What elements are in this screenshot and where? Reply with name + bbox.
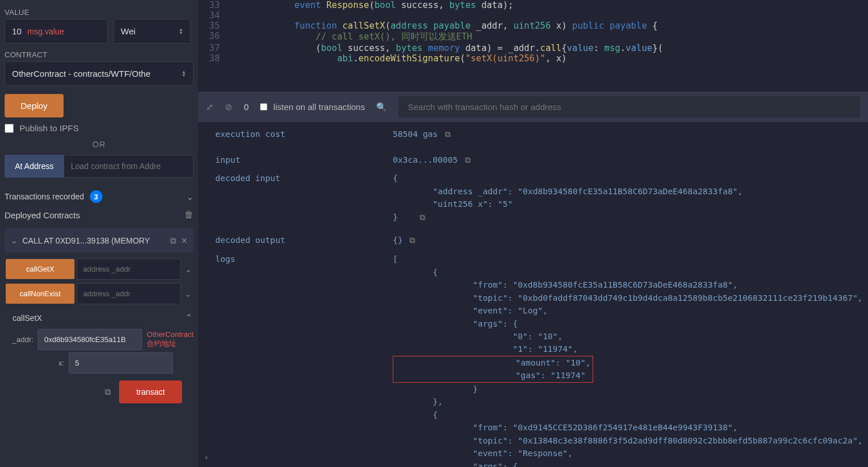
logs-content: [ { "from": "0xd8b934580fcE35a11B58C6D73… bbox=[393, 253, 863, 467]
callnonexist-input[interactable] bbox=[77, 283, 181, 304]
value-label: VALUE bbox=[5, 8, 194, 17]
or-separator: OR bbox=[5, 140, 194, 149]
addr-param-input[interactable] bbox=[38, 329, 142, 350]
callnonexist-button[interactable]: callNonExist bbox=[6, 284, 74, 304]
chevron-down-icon: ⌄ bbox=[10, 235, 18, 246]
value-input[interactable]: 10 msg.value bbox=[5, 19, 108, 44]
copy-icon[interactable]: ⧉ bbox=[420, 213, 425, 222]
highlight-amount-gas: "amount": "10", "gas": "11974" bbox=[393, 356, 593, 383]
addr-param-label: _addr: bbox=[5, 335, 33, 344]
terminal-toolbar: ⤢ ⊘ 0 listen on all transactions 🔍 bbox=[198, 92, 868, 122]
publish-ipfs-checkbox[interactable]: Publish to IPFS bbox=[5, 123, 194, 133]
callgetx-input[interactable] bbox=[77, 258, 181, 280]
copy-icon[interactable]: ⧉ bbox=[445, 129, 451, 139]
deploy-panel: VALUE 10 msg.value Wei ▲▼ CONTRACT Other… bbox=[0, 0, 198, 467]
chevron-down-icon[interactable]: ⌄ bbox=[183, 265, 194, 274]
listen-all-checkbox[interactable]: listen on all transactions bbox=[260, 102, 365, 112]
unit-select[interactable]: Wei ▲▼ bbox=[113, 19, 191, 44]
decoded-input-label: decoded input bbox=[215, 172, 393, 223]
at-address-input[interactable] bbox=[64, 155, 194, 178]
terminal-output[interactable]: execution cost 58504 gas⧉ input 0x3ca...… bbox=[198, 122, 868, 467]
logs-label: logs bbox=[215, 253, 393, 467]
copy-icon[interactable]: ⧉ bbox=[105, 387, 111, 397]
tx-recorded-row[interactable]: Transactions recorded 3 ⌄ bbox=[5, 190, 194, 203]
x-param-label: x: bbox=[5, 359, 64, 367]
at-address-button[interactable]: At Address bbox=[5, 155, 64, 178]
pending-count: 0 bbox=[244, 102, 248, 112]
tx-search-input[interactable] bbox=[399, 96, 860, 117]
contract-label: CONTRACT bbox=[5, 50, 194, 59]
tx-count-badge: 3 bbox=[90, 190, 102, 203]
input-label: input bbox=[215, 154, 393, 167]
transact-button[interactable]: transact bbox=[119, 380, 182, 403]
annotation-addr: OtherContract合约地址 bbox=[147, 330, 194, 349]
callsetx-header[interactable]: callSetX ⌃ bbox=[5, 308, 194, 327]
callgetx-button[interactable]: callGetX bbox=[6, 259, 74, 279]
contract-select[interactable]: OtherContract - contracts/WTF/Othe ▲▼ bbox=[5, 61, 194, 86]
main-area: 33 event Response(bool success, bytes da… bbox=[198, 0, 868, 467]
chevron-down-icon: ⌄ bbox=[186, 191, 194, 202]
deploy-button[interactable]: Deploy bbox=[5, 94, 64, 117]
x-param-input[interactable] bbox=[69, 352, 173, 374]
copy-icon[interactable]: ⧉ bbox=[170, 236, 176, 246]
code-editor[interactable]: 33 event Response(bool success, bytes da… bbox=[198, 0, 868, 92]
updown-icon: ▲▼ bbox=[179, 28, 183, 35]
exec-cost-label: execution cost bbox=[215, 128, 393, 141]
updown-icon: ▲▼ bbox=[182, 70, 186, 77]
clear-icon[interactable]: ⊘ bbox=[225, 102, 232, 112]
publish-ipfs-box[interactable] bbox=[5, 124, 14, 133]
search-icon[interactable]: 🔍 bbox=[376, 102, 387, 112]
chevron-down-icon[interactable]: ⌄ bbox=[183, 289, 194, 299]
copy-icon[interactable]: ⧉ bbox=[465, 155, 471, 164]
trash-icon[interactable]: 🗑 bbox=[184, 210, 194, 220]
close-icon[interactable]: ✕ bbox=[181, 236, 188, 245]
decoded-output-label: decoded output bbox=[215, 234, 393, 247]
expand-icon[interactable]: ⤢ bbox=[206, 102, 214, 112]
terminal-prompt-icon[interactable]: › bbox=[204, 451, 209, 464]
deployed-contracts-label: Deployed Contracts bbox=[5, 210, 80, 220]
contract-instance-header[interactable]: ⌄ CALL AT 0XD91...39138 (MEMORY ⧉ ✕ bbox=[5, 228, 194, 253]
copy-icon[interactable]: ⧉ bbox=[409, 236, 415, 245]
chevron-up-icon: ⌃ bbox=[185, 312, 192, 323]
